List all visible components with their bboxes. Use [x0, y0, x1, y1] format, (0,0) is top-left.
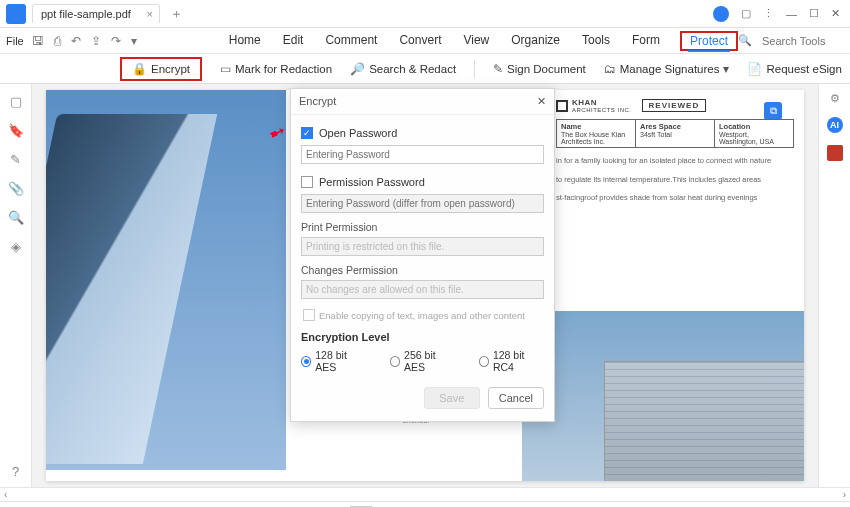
redo-icon[interactable]: ↷ — [111, 34, 121, 48]
search-tools-input[interactable] — [762, 35, 850, 47]
open-password-label: Open Password — [319, 127, 397, 139]
permission-password-checkbox[interactable] — [301, 176, 313, 188]
building-graphic-2 — [604, 361, 804, 481]
permission-password-label: Permission Password — [319, 176, 425, 188]
document-content: KHAN ARCHITECTS INC. REVIEWED NameThe Bo… — [556, 98, 804, 208]
open-password-input[interactable] — [301, 145, 544, 164]
hero-image-right — [522, 311, 804, 481]
app-badge-icon[interactable] — [827, 145, 843, 161]
khan-logo-icon — [556, 100, 568, 112]
dialog-title: Encrypt — [299, 95, 336, 108]
tab-form[interactable]: Form — [630, 31, 662, 51]
col-name-value: The Box House Kian Architects Inc. — [561, 131, 631, 145]
thumbnails-icon[interactable]: ▢ — [10, 94, 22, 109]
layers-icon[interactable]: ◈ — [11, 239, 21, 254]
account-icon[interactable] — [713, 6, 729, 22]
undo-icon[interactable]: ↶ — [71, 34, 81, 48]
manage-signatures-button[interactable]: 🗂 Manage Signatures ▾ — [604, 62, 730, 76]
menu-bar: File 🖫 ⎙ ↶ ⇪ ↷ ▾ Home Edit Comment Conve… — [0, 28, 850, 54]
bookmarks-icon[interactable]: 🔖 — [8, 123, 24, 138]
close-window-icon[interactable]: ✕ — [831, 7, 840, 20]
restore-window-icon[interactable]: ▢ — [741, 7, 751, 20]
tab-view[interactable]: View — [461, 31, 491, 51]
tab-home[interactable]: Home — [227, 31, 263, 51]
print-permission-field — [301, 237, 544, 256]
status-bar: 101.93 x 47.87 cm ✋ ▭ | |‹ ‹ /4 › ›| | ▥… — [0, 501, 850, 507]
doc-p3: st-facingroof provides shade from solar … — [556, 193, 794, 204]
search-redact-icon: 🔎 — [350, 62, 365, 76]
manage-signatures-label: Manage Signatures — [620, 63, 720, 75]
sign-document-label: Sign Document — [507, 63, 586, 75]
help-icon[interactable]: ? — [12, 464, 19, 479]
cancel-button[interactable]: Cancel — [488, 387, 544, 409]
radio-256-aes-label: 256 bit AES — [404, 349, 455, 373]
dialog-close-icon[interactable]: ✕ — [537, 95, 546, 108]
search-panel-icon[interactable]: 🔍 — [8, 210, 24, 225]
search-redact-label: Search & Redact — [369, 63, 456, 75]
minimize-icon[interactable]: — — [786, 8, 797, 20]
radio-256-aes[interactable]: 256 bit AES — [390, 349, 455, 373]
ai-icon[interactable]: AI — [827, 117, 843, 133]
encrypt-button[interactable]: 🔒 Encrypt — [120, 57, 202, 81]
attachments-icon[interactable]: 📎 — [8, 181, 24, 196]
radio-128-rc4-label: 128 bit RC4 — [493, 349, 544, 373]
brand-sub: ARCHITECTS INC. — [572, 107, 632, 113]
app-icon — [6, 4, 26, 24]
protect-ribbon: 🔒 Encrypt ▭ Mark for Redaction 🔎 Search … — [0, 54, 850, 84]
tab-organize[interactable]: Organize — [509, 31, 562, 51]
left-panel: ▢ 🔖 ✎ 📎 🔍 ◈ ? — [0, 84, 32, 487]
document-tab-label: ppt file-sample.pdf — [41, 8, 131, 20]
close-tab-icon[interactable]: × — [146, 8, 152, 20]
mark-redaction-label: Mark for Redaction — [235, 63, 332, 75]
save-icon[interactable]: 🖫 — [32, 34, 44, 48]
khan-logo: KHAN ARCHITECTS INC. — [556, 98, 632, 113]
radio-dot-icon — [390, 356, 400, 367]
request-esign-label: Request eSign — [766, 63, 841, 75]
search-redact-button[interactable]: 🔎 Search & Redact — [350, 62, 456, 76]
dropdown-icon[interactable]: ▾ — [131, 34, 137, 48]
scroll-left-icon[interactable]: ‹ — [0, 488, 11, 501]
print-icon[interactable]: ⎙ — [54, 34, 61, 48]
encrypt-label: Encrypt — [151, 63, 190, 75]
save-button[interactable]: Save — [424, 387, 480, 409]
new-tab-button[interactable]: ＋ — [170, 5, 183, 23]
radio-128-rc4[interactable]: 128 bit RC4 — [479, 349, 544, 373]
annotations-icon[interactable]: ✎ — [10, 152, 21, 167]
open-password-checkbox[interactable]: ✓ — [301, 127, 313, 139]
brand-name: KHAN — [572, 98, 632, 107]
main-tabs: Home Edit Comment Convert View Organize … — [227, 31, 738, 51]
tab-protect[interactable]: Protect — [688, 32, 730, 52]
col-area-value: 34sft Total — [640, 131, 710, 138]
enable-copy-checkbox — [303, 309, 315, 321]
quick-access-toolbar: 🖫 ⎙ ↶ ⇪ ↷ ▾ — [32, 34, 137, 48]
title-bar: ppt file-sample.pdf × ＋ ▢ ⋮ — ☐ ✕ — [0, 0, 850, 28]
doc-p1: in for a family looking for an isolated … — [556, 156, 794, 167]
maximize-icon[interactable]: ☐ — [809, 7, 819, 20]
radio-dot-icon — [479, 356, 489, 367]
search-icon[interactable]: 🔍 — [738, 34, 752, 47]
request-esign-button[interactable]: 📄 Request eSign — [747, 62, 841, 76]
encrypt-dialog: Encrypt ✕ ✓ Open Password Permission Pas… — [290, 88, 555, 422]
tab-comment[interactable]: Comment — [323, 31, 379, 51]
sign-document-button[interactable]: ✎ Sign Document — [493, 62, 586, 76]
tab-protect-highlight: Protect — [680, 31, 738, 51]
tab-convert[interactable]: Convert — [397, 31, 443, 51]
sign-icon: ✎ — [493, 62, 503, 76]
info-table: NameThe Box House Kian Architects Inc. A… — [556, 119, 794, 148]
properties-icon[interactable]: ⚙ — [830, 92, 840, 105]
horizontal-scrollbar[interactable]: ‹ › — [0, 487, 850, 501]
print-permission-label: Print Permission — [301, 221, 544, 233]
tab-edit[interactable]: Edit — [281, 31, 306, 51]
share-icon[interactable]: ⇪ — [91, 34, 101, 48]
radio-128-aes[interactable]: 128 bit AES — [301, 349, 366, 373]
doc-p2: to regulate its internal temperature.Thi… — [556, 175, 794, 186]
tab-tools[interactable]: Tools — [580, 31, 612, 51]
radio-dot-icon — [301, 356, 311, 367]
document-tab[interactable]: ppt file-sample.pdf × — [32, 4, 160, 23]
permission-password-input — [301, 194, 544, 213]
scroll-right-icon[interactable]: › — [839, 488, 850, 501]
kebab-menu-icon[interactable]: ⋮ — [763, 7, 774, 20]
esign-icon: 📄 — [747, 62, 762, 76]
file-menu[interactable]: File — [6, 35, 24, 47]
mark-redaction-button[interactable]: ▭ Mark for Redaction — [220, 62, 332, 76]
